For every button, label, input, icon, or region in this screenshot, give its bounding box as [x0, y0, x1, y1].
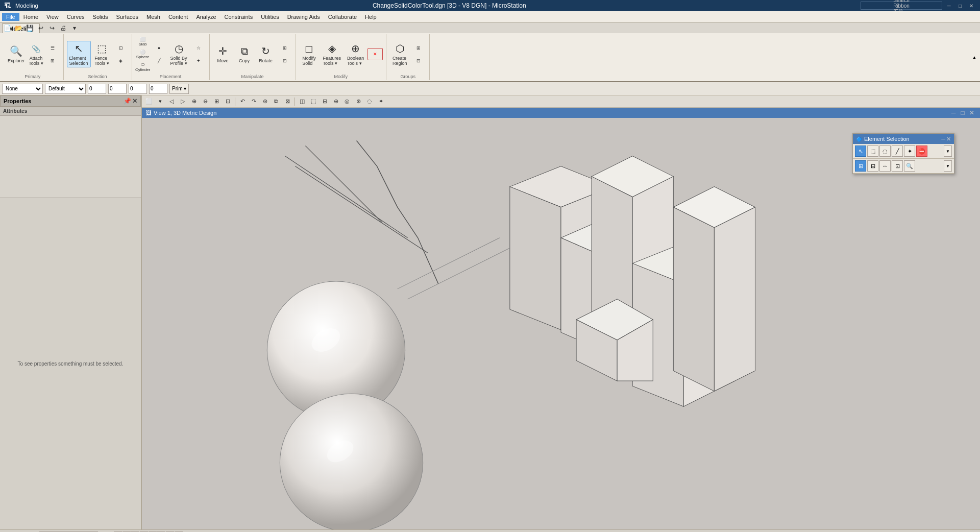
- place-extra1-btn[interactable]: ☆: [191, 42, 206, 54]
- menu-item-content[interactable]: Content: [164, 13, 192, 21]
- menu-item-constraints[interactable]: Constraints: [220, 13, 257, 21]
- move-button[interactable]: ✛ Move: [213, 41, 233, 67]
- qat-undo-btn[interactable]: ↩: [36, 23, 46, 33]
- vt-btn-8[interactable]: ⊡: [223, 96, 233, 107]
- layers-btn[interactable]: ⊞: [45, 55, 60, 67]
- menu-item-help[interactable]: Help: [361, 13, 381, 21]
- vt-btn-15[interactable]: ⬚: [308, 96, 318, 107]
- groups-extra1-btn[interactable]: ⊞: [411, 42, 426, 54]
- menu-item-surfaces[interactable]: Surfaces: [112, 13, 142, 21]
- es-clear-btn[interactable]: ⛔: [916, 146, 927, 157]
- vt-btn-1[interactable]: ⬜: [144, 96, 154, 107]
- vt-btn-13[interactable]: ⊠: [282, 96, 292, 107]
- menu-item-mesh[interactable]: Mesh: [142, 13, 164, 21]
- manip-extra1-btn[interactable]: ⊞: [277, 42, 292, 54]
- style-select[interactable]: Default: [45, 84, 86, 94]
- vt-btn-10[interactable]: ↷: [249, 96, 259, 107]
- vt-btn-21[interactable]: ✦: [376, 96, 386, 107]
- vt-btn-20[interactable]: ◌: [364, 96, 375, 107]
- menu-item-file[interactable]: File: [2, 13, 19, 21]
- features-tools-button[interactable]: ◈ FeaturesTools ▾: [321, 41, 344, 67]
- menu-item-home[interactable]: Home: [19, 13, 42, 21]
- vt-btn-18[interactable]: ◎: [342, 96, 352, 107]
- element-selection-button[interactable]: ↖ ElementSelection: [67, 41, 91, 67]
- es-magic-btn[interactable]: ✦: [904, 146, 915, 157]
- vt-btn-12[interactable]: ⧉: [271, 96, 281, 107]
- menu-item-collaborate[interactable]: Collaborate: [324, 13, 361, 21]
- color-input[interactable]: [108, 84, 127, 94]
- titlebar-maximize-btn[interactable]: □: [955, 2, 965, 10]
- boolean-tools-button[interactable]: ⊕ BooleanTools ▾: [345, 41, 366, 67]
- canvas-area[interactable]: 🔷 Element Selection ─ ✕ ↖ ⬚ ◌ ╱ ✦ ⛔ ▼: [142, 118, 980, 529]
- es-row2-dropdown-btn[interactable]: ▼: [944, 160, 952, 172]
- create-region-button[interactable]: ⬡ CreateRegion: [389, 41, 410, 67]
- attach-tools-button[interactable]: 📎: [29, 43, 44, 55]
- active-select[interactable]: None: [2, 84, 43, 94]
- vp-close-btn[interactable]: ✕: [968, 109, 976, 116]
- vt-btn-14[interactable]: ◫: [297, 96, 307, 107]
- weight-input[interactable]: [88, 84, 106, 94]
- es-search-btn[interactable]: 🔍: [904, 160, 915, 172]
- qat-redo-btn[interactable]: ↪: [47, 23, 57, 33]
- copy-button[interactable]: ⧉ Copy: [234, 41, 255, 67]
- titlebar-minimize-btn[interactable]: ─: [944, 2, 953, 10]
- menu-item-utilities[interactable]: Utilities: [257, 13, 283, 21]
- vt-btn-4[interactable]: ▷: [178, 96, 188, 107]
- vt-btn-19[interactable]: ⊛: [353, 96, 363, 107]
- es-sub-mode-btn[interactable]: ⊟: [867, 160, 878, 172]
- vp-minimize-btn[interactable]: ─: [949, 109, 958, 116]
- linestyle-input[interactable]: [149, 84, 167, 94]
- properties-close-btn[interactable]: ✕: [132, 98, 137, 105]
- titlebar-close-btn[interactable]: ✕: [967, 2, 976, 10]
- menu-item-view[interactable]: View: [42, 13, 63, 21]
- qat-new-btn[interactable]: 📄: [2, 23, 12, 33]
- vt-btn-16[interactable]: ⊟: [320, 96, 330, 107]
- slab-button[interactable]: ⬜ Slab: [135, 35, 151, 47]
- qat-more-btn[interactable]: ▾: [69, 23, 80, 33]
- vp-maximize-btn[interactable]: □: [959, 109, 967, 116]
- modify-close-btn[interactable]: ✕: [368, 48, 383, 60]
- explorer-button[interactable]: 🔍 Explorer: [5, 41, 28, 67]
- es-add-mode-btn[interactable]: ⊞: [855, 160, 866, 172]
- groups-extra2-btn[interactable]: ⊡: [411, 55, 426, 67]
- properties-pin-btn[interactable]: 📌: [124, 98, 131, 105]
- solid-by-profile-button[interactable]: ◷ Solid ByProfile ▾: [168, 41, 190, 67]
- elem-sel-minimize-btn[interactable]: ─: [941, 136, 945, 142]
- modify-solid-button[interactable]: ◻ ModifySolid: [299, 41, 320, 67]
- elem-sel-close-btn[interactable]: ✕: [946, 136, 951, 142]
- search-ribbon-btn[interactable]: Search Ribbon (F4): [861, 2, 942, 10]
- rotate-button[interactable]: ↻ Rotate: [256, 41, 276, 67]
- dot-btn[interactable]: ●: [152, 42, 167, 54]
- menu-item-solids[interactable]: Solids: [89, 13, 112, 21]
- es-dropdown-btn[interactable]: ▼: [944, 146, 952, 157]
- es-line-btn[interactable]: ╱: [892, 146, 903, 157]
- es-invert-btn[interactable]: ↔: [879, 160, 891, 172]
- es-arrow-btn[interactable]: ↖: [855, 146, 866, 157]
- es-lasso-btn[interactable]: ◌: [879, 146, 891, 157]
- sel-filter-btn[interactable]: ⊡: [113, 42, 129, 54]
- level-input[interactable]: [129, 84, 147, 94]
- es-box-btn[interactable]: ⬚: [867, 146, 878, 157]
- vt-btn-3[interactable]: ◁: [166, 96, 177, 107]
- fence-tools-button[interactable]: ⬚ FenceTools ▾: [92, 41, 112, 67]
- vt-btn-17[interactable]: ⊕: [331, 96, 341, 107]
- sel-all-btn[interactable]: ◈: [113, 55, 129, 67]
- vt-btn-9[interactable]: ↶: [237, 96, 248, 107]
- line-btn[interactable]: ╱: [152, 55, 167, 67]
- sphere-button[interactable]: ⚪ Sphere: [135, 48, 151, 60]
- menu-item-drawing-aids[interactable]: Drawing Aids: [283, 13, 324, 21]
- qat-save-btn[interactable]: 💾: [24, 23, 35, 33]
- menu-item-curves[interactable]: Curves: [63, 13, 89, 21]
- menu-item-analyze[interactable]: Analyze: [192, 13, 220, 21]
- qat-open-btn[interactable]: 📂: [13, 23, 23, 33]
- manip-extra2-btn[interactable]: ⊡: [277, 55, 292, 67]
- vt-btn-6[interactable]: ⊖: [200, 96, 210, 107]
- es-filter-btn[interactable]: ⊡: [892, 160, 903, 172]
- vt-btn-2[interactable]: ▾: [155, 96, 165, 107]
- vt-btn-5[interactable]: ⊕: [189, 96, 199, 107]
- vt-btn-7[interactable]: ⊞: [211, 96, 222, 107]
- levels-btn[interactable]: ☰: [45, 42, 60, 54]
- place-extra2-btn[interactable]: ✦: [191, 55, 206, 67]
- cylinder-button[interactable]: ⬭ Cylinder: [135, 61, 151, 73]
- ribbon-right-expand[interactable]: ▲: [971, 34, 978, 80]
